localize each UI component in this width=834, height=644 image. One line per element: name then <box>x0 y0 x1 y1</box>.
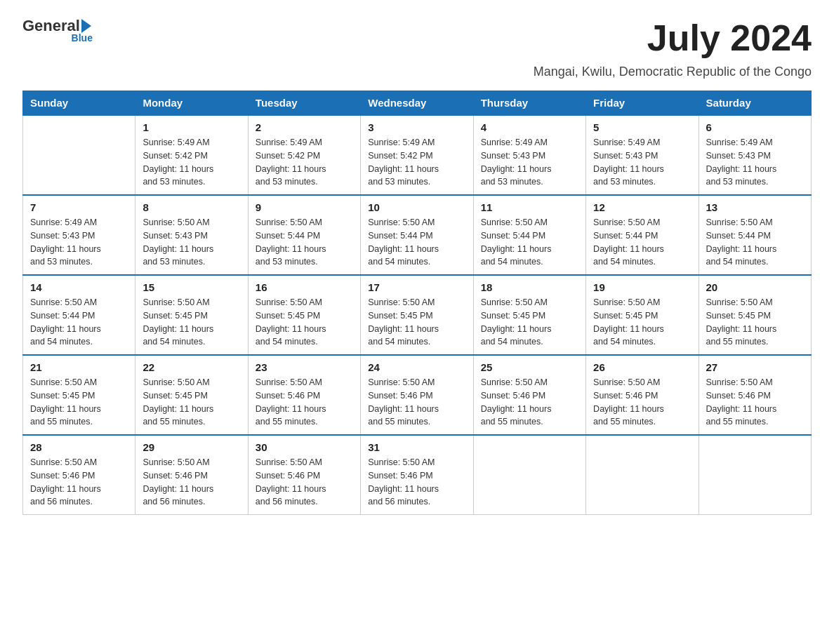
calendar-day-20: 20Sunrise: 5:50 AMSunset: 5:45 PMDayligh… <box>699 275 811 355</box>
page-header: General Blue July 2024 <box>22 17 812 59</box>
day-number: 31 <box>368 441 465 453</box>
day-number: 5 <box>593 121 691 133</box>
calendar-day-empty <box>699 435 811 515</box>
calendar-day-6: 6Sunrise: 5:49 AMSunset: 5:43 PMDaylight… <box>699 115 811 195</box>
calendar-day-empty <box>586 435 699 515</box>
calendar-day-19: 19Sunrise: 5:50 AMSunset: 5:45 PMDayligh… <box>586 275 699 355</box>
calendar-day-30: 30Sunrise: 5:50 AMSunset: 5:46 PMDayligh… <box>248 435 360 515</box>
calendar-header-wednesday: Wednesday <box>361 91 473 116</box>
day-number: 30 <box>256 441 353 453</box>
calendar-day-31: 31Sunrise: 5:50 AMSunset: 5:46 PMDayligh… <box>361 435 473 515</box>
day-info: Sunrise: 5:50 AMSunset: 5:45 PMDaylight:… <box>143 296 240 349</box>
calendar-day-17: 17Sunrise: 5:50 AMSunset: 5:45 PMDayligh… <box>361 275 473 355</box>
day-number: 10 <box>368 201 465 213</box>
calendar-day-11: 11Sunrise: 5:50 AMSunset: 5:44 PMDayligh… <box>473 195 585 275</box>
day-number: 12 <box>593 201 691 213</box>
calendar-day-9: 9Sunrise: 5:50 AMSunset: 5:44 PMDaylight… <box>248 195 360 275</box>
calendar-day-26: 26Sunrise: 5:50 AMSunset: 5:46 PMDayligh… <box>586 355 699 435</box>
month-title: July 2024 <box>647 17 812 59</box>
day-number: 7 <box>30 201 128 213</box>
calendar-day-7: 7Sunrise: 5:49 AMSunset: 5:43 PMDaylight… <box>23 195 135 275</box>
day-info: Sunrise: 5:50 AMSunset: 5:46 PMDaylight:… <box>256 456 353 509</box>
day-info: Sunrise: 5:50 AMSunset: 5:46 PMDaylight:… <box>256 376 353 429</box>
calendar-day-12: 12Sunrise: 5:50 AMSunset: 5:44 PMDayligh… <box>586 195 699 275</box>
day-number: 6 <box>706 121 804 133</box>
calendar-day-23: 23Sunrise: 5:50 AMSunset: 5:46 PMDayligh… <box>248 355 360 435</box>
calendar-day-16: 16Sunrise: 5:50 AMSunset: 5:45 PMDayligh… <box>248 275 360 355</box>
calendar-day-25: 25Sunrise: 5:50 AMSunset: 5:46 PMDayligh… <box>473 355 585 435</box>
day-number: 22 <box>143 361 240 373</box>
day-number: 23 <box>256 361 353 373</box>
day-info: Sunrise: 5:50 AMSunset: 5:46 PMDaylight:… <box>30 456 128 509</box>
calendar-day-1: 1Sunrise: 5:49 AMSunset: 5:42 PMDaylight… <box>135 115 248 195</box>
day-info: Sunrise: 5:50 AMSunset: 5:45 PMDaylight:… <box>593 296 691 349</box>
location-title: Mangai, Kwilu, Democratic Republic of th… <box>22 65 812 79</box>
day-info: Sunrise: 5:50 AMSunset: 5:46 PMDaylight:… <box>481 376 578 429</box>
calendar-header-thursday: Thursday <box>473 91 585 116</box>
day-info: Sunrise: 5:50 AMSunset: 5:44 PMDaylight:… <box>706 216 804 269</box>
calendar-header-row: SundayMondayTuesdayWednesdayThursdayFrid… <box>23 91 812 116</box>
logo-arrow-icon <box>81 19 91 33</box>
day-info: Sunrise: 5:50 AMSunset: 5:43 PMDaylight:… <box>143 216 240 269</box>
calendar-header-friday: Friday <box>586 91 699 116</box>
day-info: Sunrise: 5:49 AMSunset: 5:42 PMDaylight:… <box>143 136 240 189</box>
calendar-day-2: 2Sunrise: 5:49 AMSunset: 5:42 PMDaylight… <box>248 115 360 195</box>
day-number: 24 <box>368 361 465 373</box>
logo-blue: Blue <box>72 32 93 43</box>
day-number: 27 <box>706 361 804 373</box>
calendar-day-4: 4Sunrise: 5:49 AMSunset: 5:43 PMDaylight… <box>473 115 585 195</box>
calendar-week-row: 28Sunrise: 5:50 AMSunset: 5:46 PMDayligh… <box>23 435 812 515</box>
day-number: 26 <box>593 361 691 373</box>
day-info: Sunrise: 5:49 AMSunset: 5:42 PMDaylight:… <box>256 136 353 189</box>
calendar-week-row: 1Sunrise: 5:49 AMSunset: 5:42 PMDaylight… <box>23 115 812 195</box>
day-number: 18 <box>481 281 578 293</box>
calendar-day-empty <box>23 115 135 195</box>
calendar-day-empty <box>473 435 585 515</box>
calendar-day-14: 14Sunrise: 5:50 AMSunset: 5:44 PMDayligh… <box>23 275 135 355</box>
day-info: Sunrise: 5:50 AMSunset: 5:46 PMDaylight:… <box>706 376 804 429</box>
calendar-week-row: 7Sunrise: 5:49 AMSunset: 5:43 PMDaylight… <box>23 195 812 275</box>
calendar-day-22: 22Sunrise: 5:50 AMSunset: 5:45 PMDayligh… <box>135 355 248 435</box>
calendar-header-tuesday: Tuesday <box>248 91 360 116</box>
day-info: Sunrise: 5:49 AMSunset: 5:43 PMDaylight:… <box>593 136 691 189</box>
calendar-week-row: 14Sunrise: 5:50 AMSunset: 5:44 PMDayligh… <box>23 275 812 355</box>
calendar-day-29: 29Sunrise: 5:50 AMSunset: 5:46 PMDayligh… <box>135 435 248 515</box>
calendar-day-13: 13Sunrise: 5:50 AMSunset: 5:44 PMDayligh… <box>699 195 811 275</box>
calendar-header-sunday: Sunday <box>23 91 135 116</box>
day-number: 20 <box>706 281 804 293</box>
day-info: Sunrise: 5:50 AMSunset: 5:44 PMDaylight:… <box>593 216 691 269</box>
title-block: July 2024 <box>647 17 812 59</box>
calendar-day-18: 18Sunrise: 5:50 AMSunset: 5:45 PMDayligh… <box>473 275 585 355</box>
day-info: Sunrise: 5:50 AMSunset: 5:46 PMDaylight:… <box>593 376 691 429</box>
day-info: Sunrise: 5:50 AMSunset: 5:45 PMDaylight:… <box>706 296 804 349</box>
day-number: 8 <box>143 201 240 213</box>
day-info: Sunrise: 5:50 AMSunset: 5:45 PMDaylight:… <box>481 296 578 349</box>
day-info: Sunrise: 5:49 AMSunset: 5:42 PMDaylight:… <box>368 136 465 189</box>
day-number: 9 <box>256 201 353 213</box>
day-info: Sunrise: 5:50 AMSunset: 5:45 PMDaylight:… <box>30 376 128 429</box>
day-number: 17 <box>368 281 465 293</box>
day-number: 1 <box>143 121 240 133</box>
day-number: 16 <box>256 281 353 293</box>
day-number: 3 <box>368 121 465 133</box>
day-info: Sunrise: 5:50 AMSunset: 5:45 PMDaylight:… <box>143 376 240 429</box>
calendar-table: SundayMondayTuesdayWednesdayThursdayFrid… <box>22 90 812 515</box>
calendar-day-5: 5Sunrise: 5:49 AMSunset: 5:43 PMDaylight… <box>586 115 699 195</box>
day-info: Sunrise: 5:49 AMSunset: 5:43 PMDaylight:… <box>30 216 128 269</box>
day-number: 21 <box>30 361 128 373</box>
day-number: 15 <box>143 281 240 293</box>
day-number: 13 <box>706 201 804 213</box>
calendar-day-8: 8Sunrise: 5:50 AMSunset: 5:43 PMDaylight… <box>135 195 248 275</box>
calendar-day-27: 27Sunrise: 5:50 AMSunset: 5:46 PMDayligh… <box>699 355 811 435</box>
day-number: 14 <box>30 281 128 293</box>
day-info: Sunrise: 5:50 AMSunset: 5:45 PMDaylight:… <box>368 296 465 349</box>
calendar-day-10: 10Sunrise: 5:50 AMSunset: 5:44 PMDayligh… <box>361 195 473 275</box>
day-number: 29 <box>143 441 240 453</box>
day-number: 28 <box>30 441 128 453</box>
calendar-header-monday: Monday <box>135 91 248 116</box>
logo: General Blue <box>22 17 93 43</box>
day-info: Sunrise: 5:50 AMSunset: 5:46 PMDaylight:… <box>368 456 465 509</box>
day-info: Sunrise: 5:50 AMSunset: 5:44 PMDaylight:… <box>256 216 353 269</box>
calendar-header-saturday: Saturday <box>699 91 811 116</box>
day-info: Sunrise: 5:49 AMSunset: 5:43 PMDaylight:… <box>706 136 804 189</box>
